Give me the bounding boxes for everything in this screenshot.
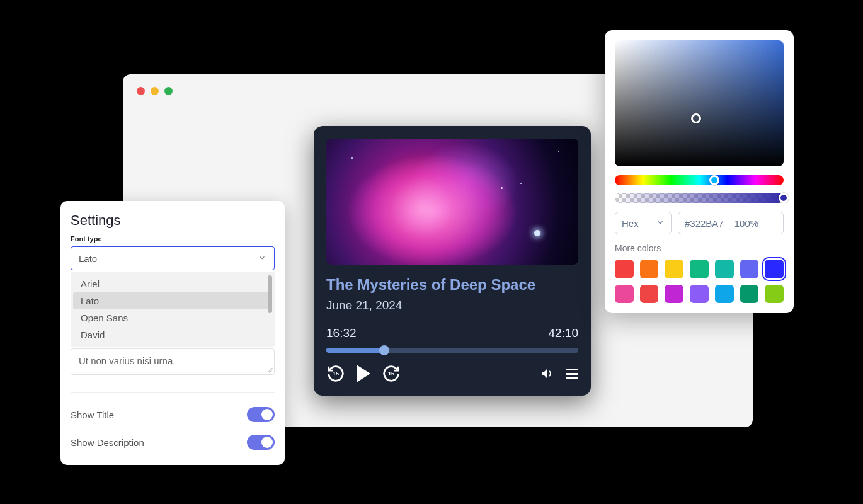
hamburger-icon xyxy=(566,369,578,379)
divider xyxy=(71,392,275,393)
color-swatch[interactable] xyxy=(765,260,784,278)
hue-knob[interactable] xyxy=(709,175,719,185)
font-option[interactable]: David xyxy=(73,326,272,343)
font-option[interactable]: Ariel xyxy=(73,275,272,292)
color-mode-value: Hex xyxy=(622,218,639,229)
time-row: 16:32 42:10 xyxy=(326,326,578,340)
alpha-slider[interactable] xyxy=(615,193,784,203)
progress-fill xyxy=(326,348,384,353)
track-date: June 21, 2024 xyxy=(326,299,578,312)
font-type-selected-value: Lato xyxy=(79,253,97,264)
toggle-row: Show Description xyxy=(60,428,285,456)
color-swatch[interactable] xyxy=(640,260,659,278)
progress-knob[interactable] xyxy=(379,345,389,355)
description-textarea[interactable]: Ut non varius nisi urna. xyxy=(71,348,275,375)
font-option[interactable]: Open Sans xyxy=(73,309,272,326)
menu-button[interactable] xyxy=(566,369,578,379)
saturation-value-area[interactable] xyxy=(615,40,784,166)
font-type-dropdown: Ariel Lato Open Sans David xyxy=(71,272,275,347)
font-type-label: Font type xyxy=(60,235,285,246)
chevron-down-icon xyxy=(258,253,266,264)
track-title: The Mysteries of Deep Space xyxy=(326,276,578,294)
color-picker: Hex #322BA7 100% More colors xyxy=(605,30,794,313)
color-swatch[interactable] xyxy=(690,260,709,278)
color-swatch[interactable] xyxy=(715,285,734,304)
swatch-grid xyxy=(615,260,784,303)
settings-title: Settings xyxy=(60,212,285,235)
alpha-value: 100% xyxy=(734,218,758,229)
color-swatch[interactable] xyxy=(665,260,683,278)
forward-15-button[interactable]: 15 xyxy=(382,364,401,383)
show-title-toggle[interactable] xyxy=(247,407,275,422)
color-swatch[interactable] xyxy=(715,260,734,278)
textarea-value: Ut non varius nisi urna. xyxy=(79,355,175,366)
color-swatch[interactable] xyxy=(690,285,709,304)
color-swatch[interactable] xyxy=(665,285,683,304)
hex-value: #322BA7 xyxy=(685,218,724,229)
color-swatch[interactable] xyxy=(740,260,759,278)
color-swatch[interactable] xyxy=(740,285,759,304)
window-close-icon[interactable] xyxy=(137,87,145,95)
show-description-toggle[interactable] xyxy=(247,435,275,450)
dropdown-scrollbar[interactable] xyxy=(268,275,272,343)
color-mode-select[interactable]: Hex xyxy=(615,212,672,234)
settings-panel: Settings Font type Lato Ariel Lato Open … xyxy=(60,201,285,465)
show-description-label: Show Description xyxy=(71,437,144,448)
player-controls: 15 15 xyxy=(326,364,578,383)
volume-button[interactable] xyxy=(539,366,554,381)
color-swatch[interactable] xyxy=(615,285,634,304)
window-maximize-icon[interactable] xyxy=(164,87,173,95)
alpha-knob[interactable] xyxy=(779,193,789,203)
play-button[interactable] xyxy=(357,365,370,382)
play-icon xyxy=(357,365,370,382)
resize-handle-icon[interactable] xyxy=(266,366,272,372)
window-minimize-icon[interactable] xyxy=(151,87,159,95)
current-time: 16:32 xyxy=(326,326,357,340)
color-swatch[interactable] xyxy=(640,285,659,304)
more-colors-label: More colors xyxy=(615,243,784,253)
show-title-label: Show Title xyxy=(71,410,114,420)
font-type-select[interactable]: Lato xyxy=(71,246,275,270)
chevron-down-icon xyxy=(656,218,665,229)
divider xyxy=(729,217,729,229)
hue-slider[interactable] xyxy=(615,175,784,185)
total-time: 42:10 xyxy=(548,326,578,340)
color-swatch[interactable] xyxy=(765,285,784,304)
volume-icon xyxy=(539,366,554,381)
media-player: The Mysteries of Deep Space June 21, 202… xyxy=(314,126,591,396)
progress-bar[interactable] xyxy=(326,348,578,353)
album-artwork xyxy=(326,139,578,265)
rewind-15-button[interactable]: 15 xyxy=(326,364,345,383)
toggle-row: Show Title xyxy=(60,401,285,428)
color-swatch[interactable] xyxy=(615,260,634,278)
font-option[interactable]: Lato xyxy=(73,292,272,309)
hex-input[interactable]: #322BA7 100% xyxy=(678,212,784,234)
sv-cursor[interactable] xyxy=(691,113,701,123)
